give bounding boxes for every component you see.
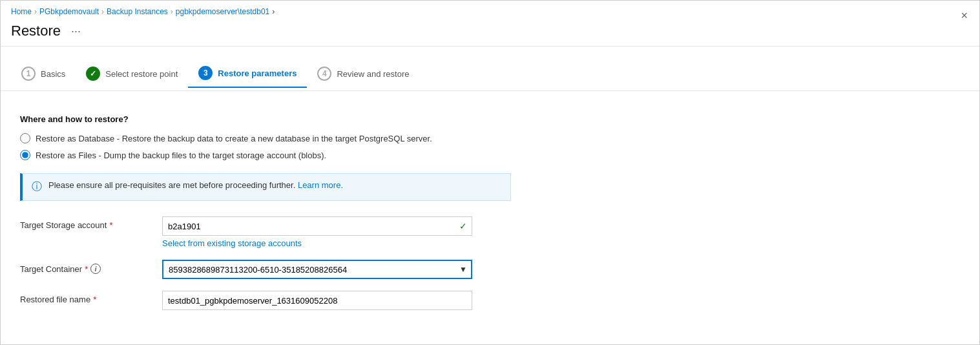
- page-title: Restore: [11, 23, 61, 39]
- select-existing-link[interactable]: Select from existing storage accounts: [162, 238, 472, 248]
- header-row: Restore ···: [1, 20, 979, 46]
- storage-label: Target Storage account *: [20, 216, 162, 230]
- step-3-label: Restore parameters: [218, 68, 297, 78]
- close-button[interactable]: ×: [961, 10, 968, 21]
- breadcrumb-pgbkp[interactable]: PGbkpdemovault: [39, 7, 99, 16]
- ellipsis-button[interactable]: ···: [67, 23, 85, 39]
- step-2-label: Select restore point: [105, 69, 178, 79]
- filename-required: *: [93, 295, 96, 304]
- radio-database[interactable]: [20, 133, 30, 143]
- step-1-label: Basics: [41, 69, 65, 79]
- storage-required: *: [109, 220, 112, 230]
- step-3-circle: 3: [198, 66, 213, 80]
- container-required: *: [85, 264, 88, 274]
- form-row-storage: Target Storage account * ✓ Select from e…: [20, 216, 960, 248]
- storage-input-wrapper: ✓: [162, 216, 472, 236]
- filename-label: Restored file name *: [20, 291, 162, 304]
- step-basics[interactable]: 1 Basics: [11, 61, 76, 87]
- radio-files-label: Restore as Files - Dump the backup files…: [36, 151, 326, 160]
- main-content: Where and how to restore? Restore as Dat…: [1, 101, 979, 335]
- radio-option-files[interactable]: Restore as Files - Dump the backup files…: [20, 150, 960, 160]
- step-1-circle: 1: [21, 67, 36, 81]
- radio-files[interactable]: [20, 150, 30, 160]
- step-restore-parameters[interactable]: 3 Restore parameters: [188, 61, 307, 88]
- radio-group: Restore as Database - Restore the backup…: [20, 133, 960, 160]
- step-2-circle: ✓: [86, 67, 100, 81]
- info-box: ⓘ Please ensure all pre-requisites are m…: [20, 173, 511, 201]
- storage-field-col: ✓ Select from existing storage accounts: [162, 216, 472, 248]
- container-select[interactable]: 8593828689873113200-6510-35185208826564: [162, 260, 472, 279]
- breadcrumb-sep-1: ›: [34, 7, 37, 16]
- check-icon: ✓: [459, 221, 467, 231]
- main-container: Home › PGbkpdemovault › Backup Instances…: [0, 0, 980, 345]
- steps-row: 1 Basics ✓ Select restore point 3 Restor…: [1, 57, 979, 88]
- breadcrumb-server: pgbkpdemoserver\testdb01: [176, 7, 269, 16]
- section-title: Where and how to restore?: [20, 114, 960, 124]
- steps-divider: [1, 90, 979, 91]
- container-info-icon[interactable]: i: [90, 264, 101, 274]
- breadcrumb-backup-instances[interactable]: Backup Instances: [107, 7, 168, 16]
- container-label: Target Container * i: [20, 260, 162, 274]
- form-row-filename: Restored file name *: [20, 291, 960, 310]
- header-divider: [1, 46, 979, 47]
- filename-input[interactable]: [162, 291, 472, 310]
- form-row-container: Target Container * i 8593828689873113200…: [20, 260, 960, 279]
- breadcrumb-home[interactable]: Home: [11, 7, 32, 16]
- step-4-label: Review and restore: [337, 69, 409, 79]
- storage-account-input[interactable]: [162, 216, 472, 236]
- info-text: Please ensure all pre-requisites are met…: [48, 180, 343, 190]
- step-4-circle: 4: [317, 67, 331, 81]
- breadcrumb-sep-4: ›: [272, 7, 275, 16]
- info-icon: ⓘ: [32, 180, 42, 194]
- step-review-restore[interactable]: 4 Review and restore: [307, 61, 419, 87]
- breadcrumb-sep-2: ›: [101, 7, 104, 16]
- breadcrumb-sep-3: ›: [171, 7, 173, 16]
- radio-database-label: Restore as Database - Restore the backup…: [36, 134, 432, 143]
- container-select-wrapper: 8593828689873113200-6510-35185208826564 …: [162, 260, 472, 279]
- radio-option-database[interactable]: Restore as Database - Restore the backup…: [20, 133, 960, 143]
- learn-more-link[interactable]: Learn more.: [298, 180, 343, 190]
- step-select-restore-point[interactable]: ✓ Select restore point: [76, 61, 188, 87]
- breadcrumb: Home › PGbkpdemovault › Backup Instances…: [1, 1, 979, 20]
